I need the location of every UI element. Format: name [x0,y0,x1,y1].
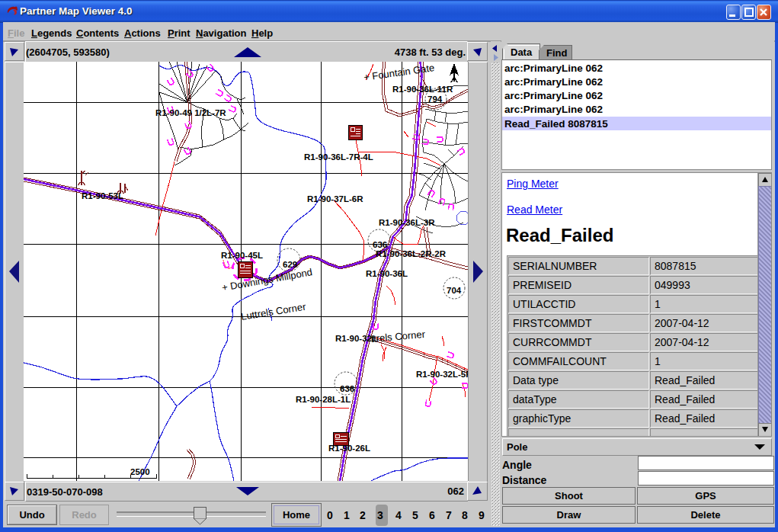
svg-text:R1-90-36L-2R-2R: R1-90-36L-2R-2R [376,249,447,258]
svg-text:2500: 2500 [130,467,150,476]
svg-text:R1-90-36L-3R: R1-90-36L-3R [379,218,435,227]
svg-text:R1-90-32L-5R: R1-90-32L-5R [416,370,468,379]
svg-text:R1-90-36L-11R: R1-90-36L-11R [392,85,453,94]
svg-text:R1-90-45L: R1-90-45L [221,251,263,260]
svg-text:794: 794 [427,95,443,104]
svg-text:R1-90-37L-6R: R1-90-37L-6R [307,194,363,204]
svg-text:ttrels Corner: ttrels Corner [370,328,426,345]
svg-text:R1-90-28L-1L: R1-90-28L-1L [296,395,351,404]
svg-text:636: 636 [373,240,387,249]
svg-text:629: 629 [283,260,297,269]
svg-text:Luttrels Corner: Luttrels Corner [240,301,307,322]
svg-text:R1-90-53L: R1-90-53L [82,191,123,200]
svg-text:R1-90-36L-7R-4L: R1-90-36L-7R-4L [304,152,373,162]
svg-text:+ Downings Millpond: + Downings Millpond [221,266,313,293]
svg-text:R1-90-36L: R1-90-36L [366,269,408,278]
svg-text:636: 636 [340,384,354,393]
svg-text:R1-90-26L: R1-90-26L [328,444,370,453]
svg-text:704: 704 [447,286,462,295]
svg-text:R1-90-49 1/2L-7R: R1-90-49 1/2L-7R [155,108,226,117]
